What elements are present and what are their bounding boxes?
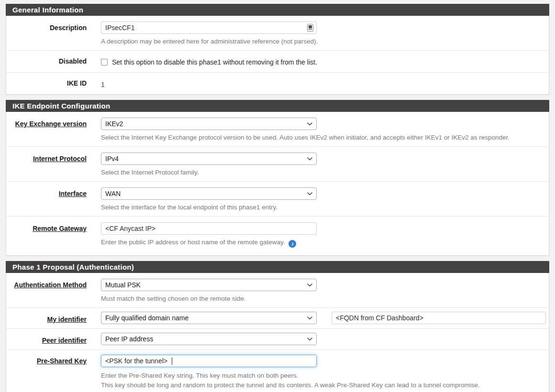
key-exchange-version-help: Select the Internet Key Exchange protoco… [101, 133, 546, 142]
pre-shared-key-help-line1: Enter the Pre-Shared Key string. This ke… [101, 371, 546, 381]
page: General Information Description A descri… [0, 0, 555, 392]
pre-shared-key-input[interactable] [101, 355, 317, 367]
form-row-pre-shared-key: Pre-Shared Key Enter the Pre-Shared Key … [6, 349, 549, 392]
form-row-remote-gateway: Remote Gateway Enter the public IP addre… [6, 216, 549, 255]
interface-value: WAN [101, 188, 316, 199]
field-label-remote-gateway: Remote Gateway [6, 217, 101, 232]
chevron-down-icon [307, 316, 312, 320]
authentication-method-select[interactable]: Mutual PSK [101, 279, 317, 291]
key-exchange-version-value: IKEv2 [101, 118, 316, 130]
panel-general-information: General Information Description A descri… [6, 4, 549, 95]
my-identifier-type-select[interactable]: Fully qualified domain name [101, 312, 317, 324]
peer-identifier-type-value: Peer IP address [101, 333, 316, 345]
field-label-ike-id: IKE ID [6, 73, 101, 87]
internet-protocol-help: Select the Internet Protocol family. [101, 168, 546, 177]
disabled-checkbox[interactable] [101, 59, 108, 65]
field-label-disabled: Disabled [6, 51, 101, 65]
autofill-icon[interactable] [307, 24, 313, 32]
internet-protocol-value: IPv4 [101, 153, 316, 164]
description-help: A description may be entered here for ad… [101, 37, 546, 46]
interface-select[interactable]: WAN [101, 187, 317, 200]
info-icon[interactable]: i [289, 240, 296, 248]
internet-protocol-select[interactable]: IPv4 [101, 152, 317, 165]
description-input[interactable] [101, 22, 317, 34]
panel-ike-endpoint-configuration: IKE Endpoint Configuration Key Exchange … [6, 100, 549, 256]
form-row-interface: Interface WAN Select the interface for t… [6, 181, 549, 216]
chevron-down-icon [307, 192, 312, 196]
interface-help: Select the interface for the local endpo… [101, 203, 546, 212]
form-row-key-exchange-version: Key Exchange version IKEv2 Select the In… [6, 112, 549, 146]
remote-gateway-help: Enter the public IP address or host name… [101, 238, 546, 248]
chevron-down-icon [307, 122, 312, 126]
field-label-description: Description [6, 16, 101, 32]
disabled-checkbox-label: Set this option to disable this phase1 w… [112, 58, 317, 66]
field-label-key-exchange-version: Key Exchange version [6, 112, 101, 128]
field-label-interface: Interface [6, 182, 101, 197]
field-label-peer-identifier: Peer identifier [6, 329, 101, 344]
form-row-peer-identifier: Peer identifier Peer IP address [6, 328, 549, 349]
authentication-method-help: Must match the setting chosen on the rem… [101, 294, 546, 304]
panel-title: IKE Endpoint Configuration [6, 100, 549, 112]
chevron-down-icon [307, 157, 312, 161]
text-cursor [172, 358, 172, 365]
panel-phase1-proposal-authentication: Phase 1 Proposal (Authentication) Authen… [6, 261, 549, 392]
form-row-internet-protocol: Internet Protocol IPv4 Select the Intern… [6, 146, 549, 181]
panel-title: General Information [6, 4, 549, 16]
form-row-description: Description A description may be entered… [6, 16, 549, 50]
pre-shared-key-help-line2: This key should be long and random to pr… [101, 381, 546, 390]
field-label-authentication-method: Authentication Method [6, 273, 101, 289]
peer-identifier-type-select[interactable]: Peer IP address [101, 333, 317, 345]
field-label-internet-protocol: Internet Protocol [6, 147, 101, 163]
authentication-method-value: Mutual PSK [101, 279, 316, 291]
my-identifier-value-input[interactable] [332, 312, 546, 324]
form-row-ike-id: IKE ID 1 [6, 72, 549, 94]
chevron-down-icon [307, 338, 312, 341]
key-exchange-version-select[interactable]: IKEv2 [101, 118, 317, 130]
ike-id-value: 1 [101, 78, 546, 88]
chevron-down-icon [307, 283, 312, 287]
remote-gateway-input[interactable] [101, 222, 317, 235]
field-label-pre-shared-key: Pre-Shared Key [6, 350, 101, 365]
form-row-disabled: Disabled Set this option to disable this… [6, 50, 549, 72]
my-identifier-type-value: Fully qualified domain name [101, 312, 316, 324]
form-row-authentication-method: Authentication Method Mutual PSK Must ma… [6, 273, 549, 307]
field-label-my-identifier: My identifier [6, 308, 101, 323]
panel-title: Phase 1 Proposal (Authentication) [6, 261, 549, 273]
form-row-my-identifier: My identifier Fully qualified domain nam… [6, 307, 549, 328]
